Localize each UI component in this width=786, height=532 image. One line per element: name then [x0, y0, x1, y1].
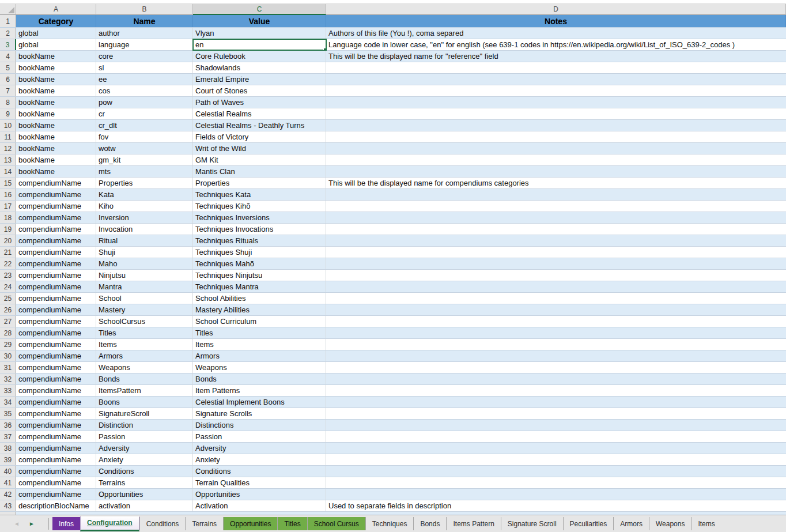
cell-name[interactable]: Ninjutsu — [96, 270, 193, 281]
cell-category[interactable]: compendiumName — [16, 189, 96, 200]
row-number[interactable]: 43 — [0, 500, 16, 511]
cell-value[interactable]: Signature Scrolls — [193, 408, 326, 419]
cell-value[interactable]: Item Patterns — [193, 385, 326, 396]
cell-value[interactable]: Terrain Qualities — [193, 477, 326, 488]
sheet-tab-opportunities[interactable]: Opportunities — [223, 517, 277, 530]
cell-category[interactable]: bookName — [16, 74, 96, 85]
cell-name[interactable]: sl — [96, 62, 193, 73]
row-number[interactable]: 23 — [0, 270, 16, 281]
tab-scroll-left-icon[interactable]: ◄ — [9, 520, 24, 527]
cell-name[interactable]: Titles — [96, 327, 193, 338]
cell-category[interactable]: compendiumName — [16, 350, 96, 361]
cell-value[interactable]: Techniques Invocations — [193, 224, 326, 235]
row-number[interactable]: 37 — [0, 431, 16, 442]
cell-category[interactable]: bookName — [16, 108, 96, 119]
sheet-tab-peculiarities[interactable]: Peculiarities — [563, 517, 614, 530]
cell-category[interactable]: bookName — [16, 166, 96, 177]
column-header-c[interactable]: C — [193, 4, 326, 15]
cell-category[interactable]: bookName — [16, 120, 96, 131]
row-number[interactable]: 2 — [0, 28, 16, 39]
cell-category[interactable]: bookName — [16, 131, 96, 142]
cell-name[interactable]: language — [96, 39, 193, 50]
cell-notes[interactable] — [326, 85, 786, 96]
row-number[interactable]: 41 — [0, 477, 16, 488]
cell-name[interactable]: activation — [96, 500, 193, 511]
cell-category[interactable]: compendiumName — [16, 224, 96, 235]
row-number[interactable]: 32 — [0, 373, 16, 384]
cell-notes[interactable] — [326, 477, 786, 488]
cell-notes[interactable] — [326, 443, 786, 454]
cell-notes[interactable] — [326, 201, 786, 212]
cell-value[interactable]: Techniques Inversions — [193, 212, 326, 223]
cell-category[interactable]: compendiumName — [16, 454, 96, 465]
cell-name[interactable]: SchoolCursus — [96, 316, 193, 327]
row-number[interactable]: 13 — [0, 154, 16, 165]
cell-notes[interactable] — [326, 74, 786, 85]
cell-category[interactable]: compendiumName — [16, 235, 96, 246]
cell-name[interactable]: Boons — [96, 397, 193, 408]
header-cell-category[interactable]: Category — [16, 15, 96, 27]
cell-category[interactable]: compendiumName — [16, 420, 96, 431]
cell-value[interactable]: Conditions — [193, 466, 326, 477]
row-number[interactable]: 39 — [0, 454, 16, 465]
cell-category[interactable]: compendiumName — [16, 304, 96, 315]
cell-category[interactable]: bookName — [16, 97, 96, 108]
cell-category[interactable]: compendiumName — [16, 178, 96, 188]
cell-value[interactable]: Vlyan — [193, 28, 326, 39]
cell-category[interactable]: compendiumName — [16, 489, 96, 500]
row-number[interactable]: 20 — [0, 235, 16, 246]
cell-name[interactable]: Mantra — [96, 281, 193, 292]
cell-category[interactable]: compendiumName — [16, 408, 96, 419]
cell-name[interactable]: cr — [96, 108, 193, 119]
cell-name[interactable]: author — [96, 28, 193, 39]
cell-category[interactable]: bookName — [16, 143, 96, 154]
row-number[interactable]: 17 — [0, 201, 16, 212]
cell-notes[interactable] — [326, 454, 786, 465]
row-number[interactable]: 21 — [0, 247, 16, 258]
row-number[interactable]: 22 — [0, 258, 16, 269]
cell-value[interactable]: Techniques Rituals — [193, 235, 326, 246]
cell-value[interactable]: Techniques Ninjutsu — [193, 270, 326, 281]
row-number[interactable]: 10 — [0, 120, 16, 131]
cell-category[interactable]: compendiumName — [16, 362, 96, 373]
cell-category[interactable]: descriptionBlocName — [16, 500, 96, 511]
cell-notes[interactable]: Authors of this file (You !), coma separ… — [326, 28, 786, 39]
row-number[interactable]: 40 — [0, 466, 16, 477]
row-number[interactable]: 3 — [0, 39, 16, 50]
cell-value[interactable]: School Abilities — [193, 293, 326, 304]
select-all-corner[interactable] — [0, 4, 16, 15]
cell-value[interactable]: Adversity — [193, 443, 326, 454]
cell-category[interactable]: compendiumName — [16, 477, 96, 488]
cell-name[interactable]: Kata — [96, 189, 193, 200]
column-header-a[interactable]: A — [16, 4, 96, 15]
cell-category[interactable]: compendiumName — [16, 270, 96, 281]
cell-name[interactable]: pow — [96, 97, 193, 108]
cell-name[interactable]: core — [96, 51, 193, 62]
cell-value[interactable]: Path of Waves — [193, 97, 326, 108]
sheet-tab-bonds[interactable]: Bonds — [413, 517, 446, 530]
cell-notes[interactable] — [326, 466, 786, 477]
cell-category[interactable]: compendiumName — [16, 212, 96, 223]
cell-notes[interactable] — [326, 212, 786, 223]
cell-notes[interactable] — [326, 270, 786, 281]
cell-value[interactable]: Weapons — [193, 362, 326, 373]
cell-value[interactable]: Mantis Clan — [193, 166, 326, 177]
cell-notes[interactable]: Used to separate fields in description — [326, 500, 786, 511]
cell-value[interactable]: School Curriculum — [193, 316, 326, 327]
sheet-tab-armors[interactable]: Armors — [613, 517, 649, 530]
cell-name[interactable]: Inversion — [96, 212, 193, 223]
row-number[interactable]: 14 — [0, 166, 16, 177]
cell-notes[interactable]: This will be the displayed name for "ref… — [326, 51, 786, 62]
cell-notes[interactable]: Language code in lower case, "en" for en… — [326, 39, 786, 50]
sheet-tab-techniques[interactable]: Techniques — [365, 517, 414, 530]
cell-category[interactable]: compendiumName — [16, 466, 96, 477]
cell-category[interactable]: compendiumName — [16, 385, 96, 396]
row-number[interactable]: 42 — [0, 489, 16, 500]
cell-category[interactable]: compendiumName — [16, 339, 96, 350]
row-number[interactable]: 6 — [0, 74, 16, 85]
row-number[interactable]: 30 — [0, 350, 16, 361]
cell-notes[interactable] — [326, 431, 786, 442]
cell-name[interactable]: Shuji — [96, 247, 193, 258]
sheet-tab-items[interactable]: Items — [691, 517, 721, 530]
cell-value[interactable]: Techniques Shuji — [193, 247, 326, 258]
